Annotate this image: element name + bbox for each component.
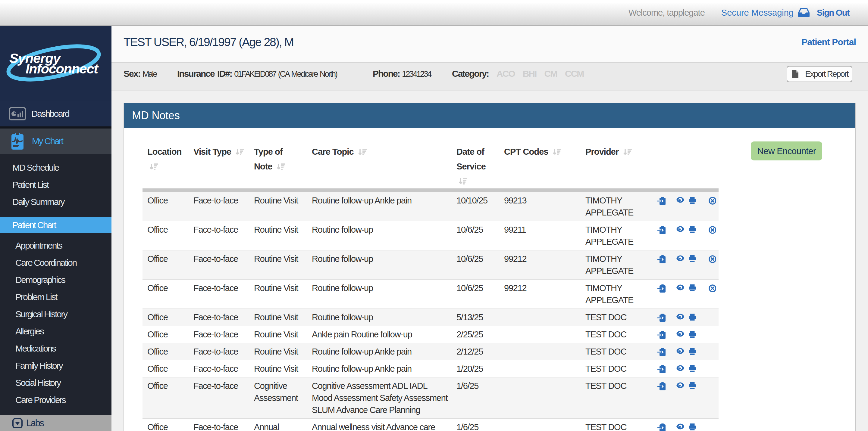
note-row: OfficeFace-to-faceRoutine VisitAnkle pai…: [143, 326, 719, 343]
cell-date-of-service: 1/6/25: [452, 377, 499, 418]
view-note-icon[interactable]: [676, 197, 684, 203]
sidebar: Synergy Infoconnect Dashboard My Chart M…: [0, 26, 112, 431]
sign-note-icon[interactable]: [657, 424, 665, 431]
sidebar-item-allergies[interactable]: Allergies: [0, 323, 112, 340]
new-encounter-button[interactable]: New Encounter: [751, 141, 822, 160]
sidebar-item-surgical-history[interactable]: Surgical History: [0, 305, 112, 323]
cell-provider: TIMOTHY APPLEGATE: [581, 250, 653, 279]
note-row: OfficeFace-to-faceRoutine VisitRoutine f…: [143, 308, 719, 326]
logo-area: Synergy Infoconnect: [0, 26, 112, 101]
cell-actions: [653, 308, 719, 326]
cell-type-of-note: Routine Visit: [249, 221, 307, 250]
sign-out-link[interactable]: Sign Out: [817, 8, 849, 18]
sidebar-item-patient-chart[interactable]: Patient Chart: [0, 217, 112, 233]
view-note-icon[interactable]: [676, 424, 684, 430]
col-header-cpt-codes[interactable]: CPT Codes: [499, 137, 581, 190]
sidebar-item-social-history[interactable]: Social History: [0, 374, 112, 391]
sort-icon[interactable]: [623, 148, 632, 156]
view-note-icon[interactable]: [676, 285, 684, 291]
cell-provider: TEST DOC: [581, 418, 653, 431]
sidebar-item-medications[interactable]: Medications: [0, 340, 112, 357]
print-note-icon[interactable]: [689, 348, 696, 355]
cell-cpt-codes: [499, 377, 581, 418]
patient-portal-link[interactable]: Patient Portal: [801, 37, 856, 47]
sidebar-item-appointments[interactable]: Appointments: [0, 237, 112, 254]
sidebar-item-care-coordination[interactable]: Care Coordination: [0, 254, 112, 271]
sign-note-icon[interactable]: [657, 348, 665, 356]
sign-note-icon[interactable]: [657, 285, 665, 293]
insurance-value: 01FAKEID087 (CA Medicare North): [234, 69, 337, 78]
delete-note-icon[interactable]: [709, 226, 716, 234]
sidebar-item-md-schedule[interactable]: MD Schedule: [0, 159, 112, 176]
cell-cpt-codes: [499, 360, 581, 377]
secure-messaging-label: Secure Messaging: [721, 8, 794, 18]
file-icon: [792, 70, 798, 78]
sidebar-item-labs[interactable]: Labs: [0, 415, 112, 431]
cell-visit-type: Face-to-face: [189, 343, 249, 360]
view-note-icon[interactable]: [676, 255, 684, 261]
caret-down-square-icon: [12, 418, 23, 428]
col-header-care-topic[interactable]: Care Topic: [307, 137, 452, 190]
cell-cpt-codes: 99212: [499, 279, 581, 308]
print-note-icon[interactable]: [689, 255, 696, 262]
sort-icon[interactable]: [235, 148, 244, 156]
view-note-icon[interactable]: [676, 226, 684, 232]
view-note-icon[interactable]: [676, 365, 684, 371]
export-report-button[interactable]: Export Report: [787, 66, 852, 82]
view-note-icon[interactable]: [676, 382, 684, 388]
view-note-icon[interactable]: [676, 331, 684, 337]
sort-icon[interactable]: [277, 163, 286, 170]
sidebar-item-daily-summary[interactable]: Daily Summary: [0, 193, 112, 210]
sidebar-item-care-providers[interactable]: Care Providers: [0, 391, 112, 408]
view-note-icon[interactable]: [676, 313, 684, 320]
secure-messaging-link[interactable]: Secure Messaging: [721, 8, 810, 18]
print-note-icon[interactable]: [689, 285, 696, 291]
print-note-icon[interactable]: [689, 331, 696, 338]
print-note-icon[interactable]: [689, 226, 696, 233]
sidebar-item-patient-list[interactable]: Patient List: [0, 176, 112, 193]
cell-location: Office: [143, 377, 189, 418]
cell-location: Office: [143, 279, 189, 308]
sign-note-icon[interactable]: [657, 226, 665, 234]
print-note-icon[interactable]: [689, 313, 696, 321]
sidebar-main-list: MD Schedule Patient List Daily Summary: [0, 159, 112, 210]
delete-note-icon[interactable]: [709, 285, 716, 292]
cell-type-of-note: Routine Visit: [249, 190, 307, 221]
sign-note-icon[interactable]: [657, 365, 665, 373]
sidebar-item-dashboard[interactable]: Dashboard: [0, 101, 112, 126]
cell-type-of-note: Routine Visit: [249, 279, 307, 308]
cell-provider: TEST DOC: [581, 308, 653, 326]
sidebar-item-demographics[interactable]: Demographics: [0, 271, 112, 288]
cell-actions: [653, 418, 719, 431]
col-header-visit-type[interactable]: Visit Type: [189, 137, 249, 190]
delete-note-icon[interactable]: [709, 197, 716, 205]
sign-note-icon[interactable]: [657, 313, 665, 322]
note-row: OfficeFace-to-faceRoutine VisitRoutine f…: [143, 221, 719, 250]
sort-icon[interactable]: [553, 148, 562, 156]
col-header-type-of-note[interactable]: Type of Note: [249, 137, 307, 190]
sidebar-sub-list: Appointments Care Coordination Demograph…: [0, 237, 112, 408]
cell-actions: [653, 360, 719, 377]
logo-text-infoconnect: Infoconnect: [26, 61, 99, 76]
cell-care-topic: Routine follow-up: [307, 308, 452, 326]
sort-icon[interactable]: [459, 177, 468, 185]
print-note-icon[interactable]: [689, 365, 696, 372]
view-note-icon[interactable]: [676, 348, 684, 354]
sort-icon[interactable]: [358, 148, 367, 156]
sign-note-icon[interactable]: [657, 331, 665, 339]
sort-icon[interactable]: [149, 163, 158, 170]
print-note-icon[interactable]: [689, 197, 696, 204]
sidebar-item-family-history[interactable]: Family History: [0, 357, 112, 374]
sign-note-icon[interactable]: [657, 197, 665, 205]
col-header-location[interactable]: Location: [143, 137, 189, 190]
col-header-date-of-service[interactable]: Date of Service: [452, 137, 499, 190]
print-note-icon[interactable]: [689, 424, 696, 430]
sidebar-item-my-chart[interactable]: My Chart: [0, 129, 112, 154]
col-header-provider[interactable]: Provider: [581, 137, 653, 190]
print-note-icon[interactable]: [689, 382, 696, 389]
sidebar-item-problem-list[interactable]: Problem List: [0, 288, 112, 305]
sign-note-icon[interactable]: [657, 382, 665, 390]
delete-note-icon[interactable]: [709, 255, 716, 263]
my-chart-icon: [11, 133, 24, 150]
sign-note-icon[interactable]: [657, 255, 665, 263]
